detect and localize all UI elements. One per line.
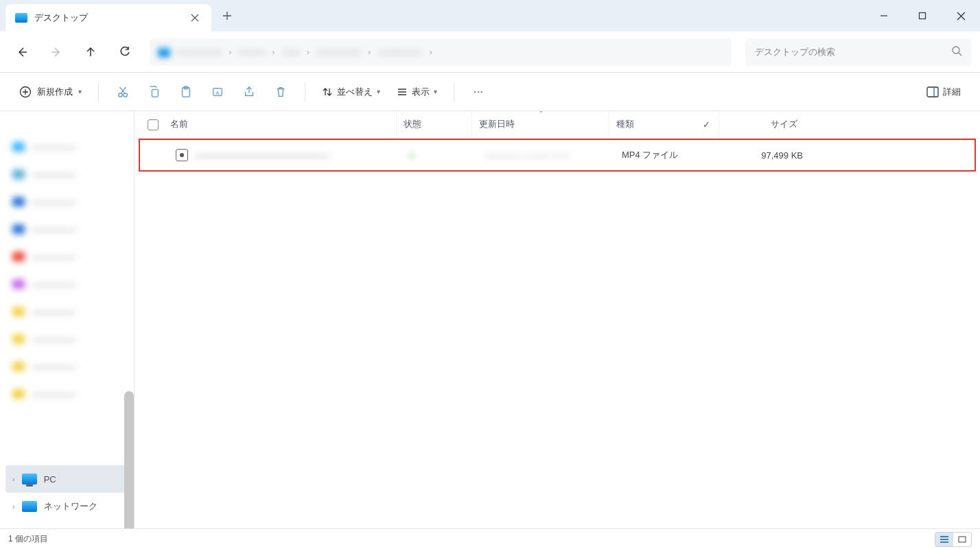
more-button[interactable]	[464, 78, 493, 106]
svg-rect-5	[152, 89, 158, 97]
tab[interactable]: デスクトップ	[5, 4, 211, 32]
svg-point-1	[953, 47, 959, 54]
window-controls	[865, 0, 980, 32]
chevron-down-icon: ▾	[377, 88, 380, 95]
tab-title: デスクトップ	[34, 12, 180, 24]
pc-icon	[22, 474, 37, 484]
close-tab-button[interactable]	[187, 10, 203, 26]
file-list: 名前 状態 ⌄ 更新日時 種類 ✓ サイズ ——————————————— ● …	[135, 111, 980, 528]
breadcrumb-segment[interactable]: —————	[377, 47, 422, 57]
copy-button[interactable]	[140, 78, 169, 106]
navbar: ————— › ——— › —— › ————— › ————— › デスクトッ…	[0, 32, 980, 73]
breadcrumb-root-icon	[158, 47, 170, 57]
column-type[interactable]: 種類 ✓	[609, 111, 719, 138]
svg-rect-0	[920, 13, 926, 19]
breadcrumb-segment[interactable]: —————	[177, 47, 222, 57]
breadcrumb[interactable]: ————— › ——— › —— › ————— › ————— ›	[150, 38, 732, 66]
breadcrumb-segment[interactable]: ———	[238, 47, 265, 57]
rename-button[interactable]: A	[203, 78, 232, 106]
new-tab-button[interactable]	[215, 4, 239, 27]
sidebar-item[interactable]: —————	[5, 270, 128, 298]
view-toggle	[935, 532, 972, 547]
svg-rect-13	[927, 87, 938, 97]
item-count: 1 個の項目	[8, 533, 48, 545]
separator	[98, 82, 99, 102]
details-pane-button[interactable]: 詳細	[920, 82, 968, 102]
new-label: 新規作成	[37, 86, 73, 98]
sort-label: 並べ替え	[337, 86, 373, 98]
svg-point-12	[481, 91, 483, 93]
toolbar: 新規作成 ▾ A 並べ替え ▾ 表示 ▾ 詳細	[0, 73, 980, 111]
sort-indicator-icon: ⌄	[538, 111, 544, 114]
cut-button[interactable]	[108, 78, 137, 106]
refresh-button[interactable]	[111, 38, 139, 66]
sort-button[interactable]: 並べ替え ▾	[315, 82, 387, 102]
svg-text:A: A	[215, 89, 220, 95]
new-button[interactable]: 新規作成 ▾	[12, 82, 89, 102]
breadcrumb-segment[interactable]: —————	[316, 47, 361, 57]
column-headers: 名前 状態 ⌄ 更新日時 種類 ✓ サイズ	[135, 111, 980, 139]
sidebar-item[interactable]: —————	[5, 380, 128, 408]
sidebar-item-pc[interactable]: › PC	[5, 465, 128, 493]
sidebar-item[interactable]: —————	[5, 133, 128, 161]
chevron-right-icon: ›	[368, 47, 371, 57]
back-button[interactable]	[8, 38, 36, 66]
svg-point-4	[124, 93, 127, 96]
status-bar: 1 個の項目	[0, 528, 980, 549]
title-bar: デスクトップ	[0, 0, 980, 32]
svg-point-3	[119, 93, 122, 96]
sidebar-pinned-section: ————————————————————————————————————————…	[0, 133, 134, 408]
details-view-button[interactable]	[935, 533, 953, 546]
forward-button[interactable]	[43, 38, 70, 66]
paste-button[interactable]	[172, 78, 200, 106]
file-status: ●	[409, 150, 415, 161]
column-state[interactable]: 状態	[397, 111, 472, 138]
file-row[interactable]: ——————————————— ● ———— ——— —— MP4 ファイル 9…	[139, 139, 976, 172]
chevron-right-icon: ›	[429, 47, 432, 57]
sidebar-item-label: ネットワーク	[44, 500, 97, 513]
thumbnails-view-button[interactable]	[953, 533, 971, 546]
sidebar-item[interactable]: —————	[5, 161, 128, 188]
chevron-right-icon: ›	[307, 47, 310, 57]
svg-rect-14	[959, 537, 966, 542]
view-button[interactable]: 表示 ▾	[390, 82, 444, 102]
chevron-right-icon: ›	[229, 47, 231, 57]
search-box[interactable]: デスクトップの検索	[745, 38, 972, 66]
column-name[interactable]: 名前	[163, 111, 397, 138]
details-label: 詳細	[943, 86, 961, 98]
maximize-button[interactable]	[903, 0, 942, 32]
column-size[interactable]: サイズ	[719, 111, 804, 138]
delete-button[interactable]	[266, 78, 295, 106]
sidebar-item[interactable]: —————	[5, 325, 128, 353]
separator	[305, 82, 305, 102]
close-window-button[interactable]	[942, 0, 980, 32]
search-placeholder: デスクトップの検索	[755, 46, 835, 58]
svg-point-10	[474, 91, 476, 93]
up-button[interactable]	[77, 38, 104, 66]
select-all-checkbox[interactable]	[143, 119, 163, 130]
svg-point-11	[478, 91, 480, 93]
chevron-down-icon: ▾	[434, 88, 437, 95]
file-type: MP4 ファイル	[622, 149, 678, 161]
chevron-right-icon: ›	[12, 475, 15, 483]
minimize-button[interactable]	[865, 0, 903, 32]
sidebar-item-network[interactable]: › ネットワーク	[5, 493, 128, 520]
sidebar-item[interactable]: —————	[5, 353, 128, 380]
file-name: ———————————————	[195, 150, 329, 161]
sidebar: ————————————————————————————————————————…	[0, 111, 135, 528]
sidebar-item[interactable]: —————	[5, 215, 128, 243]
breadcrumb-segment[interactable]: ——	[282, 47, 300, 57]
video-file-icon	[176, 149, 188, 161]
desktop-icon	[15, 13, 27, 23]
chevron-down-icon: ▾	[78, 88, 82, 95]
check-icon: ✓	[703, 119, 710, 130]
chevron-right-icon: ›	[272, 47, 275, 57]
sidebar-item[interactable]: —————	[5, 188, 128, 215]
share-button[interactable]	[235, 78, 264, 106]
scrollbar-thumb[interactable]	[124, 391, 134, 528]
column-date[interactable]: ⌄ 更新日時	[472, 111, 609, 138]
sidebar-item[interactable]: —————	[5, 243, 128, 270]
view-label: 表示	[412, 86, 430, 98]
sidebar-item[interactable]: —————	[5, 298, 128, 325]
main: ————————————————————————————————————————…	[0, 111, 980, 528]
